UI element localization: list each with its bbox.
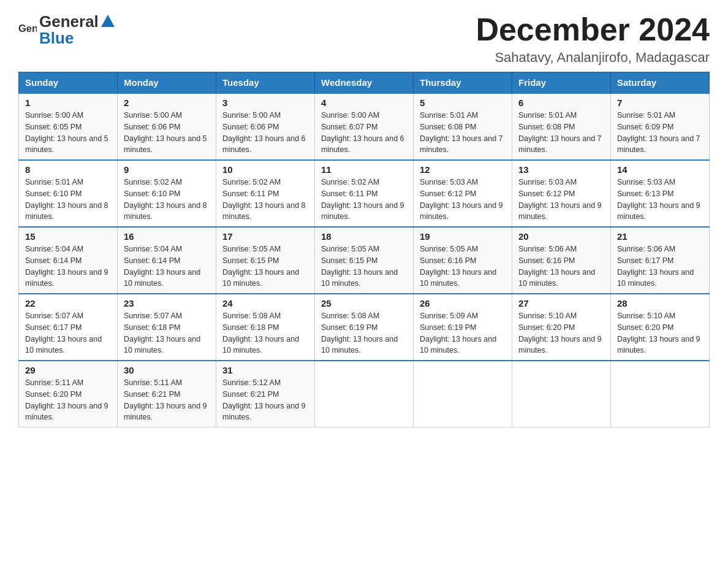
calendar-cell: 21 Sunrise: 5:06 AMSunset: 6:17 PMDaylig… bbox=[611, 227, 710, 294]
calendar-cell: 19 Sunrise: 5:05 AMSunset: 6:16 PMDaylig… bbox=[414, 227, 512, 294]
day-number: 9 bbox=[124, 164, 210, 175]
day-info: Sunrise: 5:10 AMSunset: 6:20 PMDaylight:… bbox=[617, 312, 700, 354]
day-number: 20 bbox=[518, 231, 604, 242]
calendar-cell: 10 Sunrise: 5:02 AMSunset: 6:11 PMDaylig… bbox=[216, 160, 315, 227]
day-number: 12 bbox=[420, 164, 506, 175]
day-info: Sunrise: 5:04 AMSunset: 6:14 PMDaylight:… bbox=[124, 245, 200, 288]
calendar-cell: 6 Sunrise: 5:01 AMSunset: 6:08 PMDayligh… bbox=[512, 93, 611, 160]
day-info: Sunrise: 5:05 AMSunset: 6:15 PMDaylight:… bbox=[222, 245, 299, 288]
day-number: 17 bbox=[222, 231, 308, 242]
day-number: 26 bbox=[420, 298, 506, 308]
calendar-cell: 18 Sunrise: 5:05 AMSunset: 6:15 PMDaylig… bbox=[315, 227, 414, 294]
day-number: 1 bbox=[25, 98, 111, 108]
calendar-cell: 2 Sunrise: 5:00 AMSunset: 6:06 PMDayligh… bbox=[118, 93, 216, 160]
day-number: 14 bbox=[617, 164, 703, 175]
logo: General General Blue bbox=[18, 12, 115, 48]
day-info: Sunrise: 5:06 AMSunset: 6:17 PMDaylight:… bbox=[617, 245, 694, 288]
day-info: Sunrise: 5:05 AMSunset: 6:16 PMDaylight:… bbox=[420, 245, 496, 288]
logo-triangle bbox=[101, 15, 115, 27]
calendar-cell: 28 Sunrise: 5:10 AMSunset: 6:20 PMDaylig… bbox=[611, 294, 710, 361]
calendar-cell bbox=[414, 361, 512, 427]
day-info: Sunrise: 5:11 AMSunset: 6:20 PMDaylight:… bbox=[25, 378, 108, 421]
day-number: 28 bbox=[617, 298, 703, 308]
day-info: Sunrise: 5:00 AMSunset: 6:05 PMDaylight:… bbox=[25, 111, 108, 154]
week-row-5: 29 Sunrise: 5:11 AMSunset: 6:20 PMDaylig… bbox=[19, 361, 710, 427]
calendar-cell bbox=[315, 361, 414, 427]
calendar-cell: 16 Sunrise: 5:04 AMSunset: 6:14 PMDaylig… bbox=[118, 227, 216, 294]
calendar-cell: 9 Sunrise: 5:02 AMSunset: 6:10 PMDayligh… bbox=[118, 160, 216, 227]
day-info: Sunrise: 5:03 AMSunset: 6:12 PMDaylight:… bbox=[518, 178, 602, 221]
day-info: Sunrise: 5:12 AMSunset: 6:21 PMDaylight:… bbox=[222, 378, 306, 421]
day-info: Sunrise: 5:11 AMSunset: 6:21 PMDaylight:… bbox=[124, 378, 207, 421]
day-info: Sunrise: 5:06 AMSunset: 6:16 PMDaylight:… bbox=[518, 245, 595, 288]
day-info: Sunrise: 5:05 AMSunset: 6:15 PMDaylight:… bbox=[321, 245, 398, 288]
day-number: 7 bbox=[617, 98, 703, 108]
calendar-cell: 24 Sunrise: 5:08 AMSunset: 6:18 PMDaylig… bbox=[216, 294, 315, 361]
day-number: 5 bbox=[420, 98, 506, 108]
calendar-cell: 3 Sunrise: 5:00 AMSunset: 6:06 PMDayligh… bbox=[216, 93, 315, 160]
day-number: 31 bbox=[222, 365, 308, 375]
calendar-header-row: SundayMondayTuesdayWednesdayThursdayFrid… bbox=[19, 72, 710, 94]
svg-text:General: General bbox=[18, 23, 37, 34]
calendar-cell: 23 Sunrise: 5:07 AMSunset: 6:18 PMDaylig… bbox=[118, 294, 216, 361]
day-number: 16 bbox=[124, 231, 210, 242]
calendar-cell: 27 Sunrise: 5:10 AMSunset: 6:20 PMDaylig… bbox=[512, 294, 611, 361]
day-number: 2 bbox=[124, 98, 210, 108]
day-info: Sunrise: 5:07 AMSunset: 6:17 PMDaylight:… bbox=[25, 312, 102, 354]
calendar-cell: 14 Sunrise: 5:03 AMSunset: 6:13 PMDaylig… bbox=[611, 160, 710, 227]
day-number: 23 bbox=[124, 298, 210, 308]
day-number: 10 bbox=[222, 164, 308, 175]
day-info: Sunrise: 5:03 AMSunset: 6:13 PMDaylight:… bbox=[617, 178, 700, 221]
day-info: Sunrise: 5:00 AMSunset: 6:07 PMDaylight:… bbox=[321, 111, 404, 154]
day-number: 24 bbox=[222, 298, 308, 308]
day-info: Sunrise: 5:09 AMSunset: 6:19 PMDaylight:… bbox=[420, 312, 496, 354]
calendar-cell: 5 Sunrise: 5:01 AMSunset: 6:08 PMDayligh… bbox=[414, 93, 512, 160]
day-number: 21 bbox=[617, 231, 703, 242]
logo-icon: General bbox=[18, 21, 37, 39]
day-number: 18 bbox=[321, 231, 407, 242]
col-header-thursday: Thursday bbox=[414, 72, 512, 94]
calendar-cell bbox=[611, 361, 710, 427]
day-number: 11 bbox=[321, 164, 407, 175]
col-header-sunday: Sunday bbox=[19, 72, 118, 94]
week-row-2: 8 Sunrise: 5:01 AMSunset: 6:10 PMDayligh… bbox=[19, 160, 710, 227]
col-header-wednesday: Wednesday bbox=[315, 72, 414, 94]
calendar-cell: 8 Sunrise: 5:01 AMSunset: 6:10 PMDayligh… bbox=[19, 160, 118, 227]
day-info: Sunrise: 5:02 AMSunset: 6:10 PMDaylight:… bbox=[124, 178, 207, 221]
calendar-cell: 30 Sunrise: 5:11 AMSunset: 6:21 PMDaylig… bbox=[118, 361, 216, 427]
calendar-cell: 29 Sunrise: 5:11 AMSunset: 6:20 PMDaylig… bbox=[19, 361, 118, 427]
page-subtitle: Sahatavy, Analanjirofo, Madagascar bbox=[476, 50, 710, 66]
title-area: December 2024 Sahatavy, Analanjirofo, Ma… bbox=[476, 12, 710, 66]
week-row-1: 1 Sunrise: 5:00 AMSunset: 6:05 PMDayligh… bbox=[19, 93, 710, 160]
day-info: Sunrise: 5:01 AMSunset: 6:08 PMDaylight:… bbox=[518, 111, 602, 154]
day-info: Sunrise: 5:00 AMSunset: 6:06 PMDaylight:… bbox=[222, 111, 306, 154]
day-number: 27 bbox=[518, 298, 604, 308]
calendar-cell: 22 Sunrise: 5:07 AMSunset: 6:17 PMDaylig… bbox=[19, 294, 118, 361]
day-info: Sunrise: 5:03 AMSunset: 6:12 PMDaylight:… bbox=[420, 178, 503, 221]
day-info: Sunrise: 5:08 AMSunset: 6:18 PMDaylight:… bbox=[222, 312, 299, 354]
col-header-saturday: Saturday bbox=[611, 72, 710, 94]
day-info: Sunrise: 5:01 AMSunset: 6:08 PMDaylight:… bbox=[420, 111, 503, 154]
calendar-cell bbox=[512, 361, 611, 427]
calendar-table: SundayMondayTuesdayWednesdayThursdayFrid… bbox=[18, 72, 710, 427]
calendar-cell: 7 Sunrise: 5:01 AMSunset: 6:09 PMDayligh… bbox=[611, 93, 710, 160]
calendar-cell: 25 Sunrise: 5:08 AMSunset: 6:19 PMDaylig… bbox=[315, 294, 414, 361]
day-info: Sunrise: 5:01 AMSunset: 6:09 PMDaylight:… bbox=[617, 111, 700, 154]
day-info: Sunrise: 5:01 AMSunset: 6:10 PMDaylight:… bbox=[25, 178, 108, 221]
page-title: December 2024 bbox=[476, 12, 710, 47]
calendar-cell: 11 Sunrise: 5:02 AMSunset: 6:11 PMDaylig… bbox=[315, 160, 414, 227]
day-info: Sunrise: 5:10 AMSunset: 6:20 PMDaylight:… bbox=[518, 312, 602, 354]
day-info: Sunrise: 5:07 AMSunset: 6:18 PMDaylight:… bbox=[124, 312, 200, 354]
calendar-cell: 13 Sunrise: 5:03 AMSunset: 6:12 PMDaylig… bbox=[512, 160, 611, 227]
calendar-cell: 20 Sunrise: 5:06 AMSunset: 6:16 PMDaylig… bbox=[512, 227, 611, 294]
day-number: 25 bbox=[321, 298, 407, 308]
week-row-4: 22 Sunrise: 5:07 AMSunset: 6:17 PMDaylig… bbox=[19, 294, 710, 361]
calendar-cell: 12 Sunrise: 5:03 AMSunset: 6:12 PMDaylig… bbox=[414, 160, 512, 227]
page-header: General General Blue December 2024 Sahat… bbox=[18, 12, 710, 66]
day-info: Sunrise: 5:00 AMSunset: 6:06 PMDaylight:… bbox=[124, 111, 207, 154]
calendar-cell: 1 Sunrise: 5:00 AMSunset: 6:05 PMDayligh… bbox=[19, 93, 118, 160]
day-number: 29 bbox=[25, 365, 111, 375]
col-header-tuesday: Tuesday bbox=[216, 72, 315, 94]
logo-blue: Blue bbox=[39, 29, 115, 48]
day-info: Sunrise: 5:02 AMSunset: 6:11 PMDaylight:… bbox=[321, 178, 404, 221]
